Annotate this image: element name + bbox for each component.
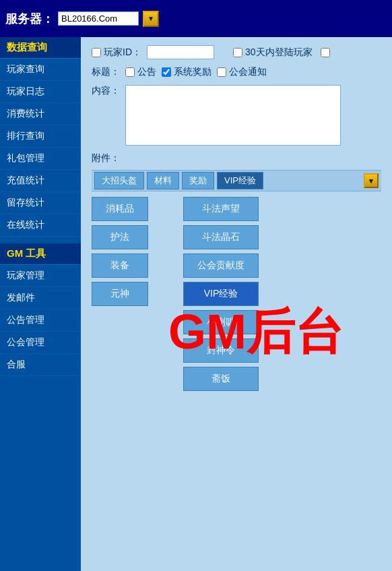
- tabs-dropdown-button[interactable]: ▼: [364, 173, 379, 188]
- server-input[interactable]: [58, 11, 139, 26]
- content-row: 内容：: [92, 85, 381, 146]
- player-id-input[interactable]: [147, 45, 214, 59]
- item-btn-doushen-rep[interactable]: 斗法声望: [183, 197, 259, 221]
- server-label: 服务器：: [5, 11, 54, 27]
- sidebar-item-consume-stats[interactable]: 消费统计: [0, 103, 81, 125]
- sidebar-item-gift-manage[interactable]: 礼包管理: [0, 148, 81, 170]
- reward-checkbox[interactable]: [162, 67, 171, 77]
- content-label: 内容：: [92, 85, 120, 97]
- reward-checkbox-group: 系统奖励: [162, 66, 211, 78]
- item-btn-consumable[interactable]: 消耗品: [92, 197, 148, 221]
- notice-label: 公告: [137, 66, 156, 78]
- sidebar-item-online-stats[interactable]: 在线统计: [0, 214, 81, 237]
- notice-checkbox[interactable]: [125, 67, 135, 77]
- days-checkbox-group: 30天内登陆玩家: [233, 47, 313, 59]
- item-btn-zhaifan[interactable]: 斋饭: [183, 367, 259, 391]
- main-layout: 数据查询 玩家查询 玩家日志 消费统计 排行查询 礼包管理 充值统计 留存统计 …: [0, 37, 392, 571]
- player-id-checkbox-group: 玩家ID：: [92, 47, 141, 59]
- days-label: 30天内登陆玩家: [245, 47, 313, 59]
- tabs-dropdown-icon: ▼: [368, 177, 374, 185]
- guild-notice-checkbox-group: 公会通知: [217, 66, 267, 78]
- dropdown-icon: ▼: [148, 15, 154, 22]
- sidebar-section-gm: GM 工具: [0, 243, 81, 265]
- tab-material[interactable]: 材料: [147, 172, 179, 189]
- sidebar-item-player-log[interactable]: 玩家日志: [0, 81, 81, 103]
- item-btn-yuanshen[interactable]: 元神: [92, 282, 148, 306]
- title-label: 标题：: [92, 66, 120, 78]
- sidebar-item-recharge-stats[interactable]: 充值统计: [0, 170, 81, 192]
- tab-reward[interactable]: 奖励: [182, 172, 214, 189]
- item-btn-guild-contrib[interactable]: 公会贡献度: [183, 253, 259, 278]
- notice-checkbox-group: 公告: [125, 66, 156, 78]
- player-id-checkbox[interactable]: [92, 48, 101, 57]
- item-btn-equipment[interactable]: 装备: [92, 253, 148, 278]
- items-area: 消耗品 护法 装备 元神 斗法声望 斗法晶石 公会贡献度 VIP经验 小喇叭 封…: [92, 197, 381, 391]
- reward-label: 系统奖励: [174, 66, 211, 78]
- guild-notice-label: 公会通知: [229, 66, 267, 78]
- sidebar-item-merge-server[interactable]: 合服: [0, 354, 81, 376]
- header: 服务器： ▼: [0, 0, 392, 37]
- player-id-label: 玩家ID：: [104, 47, 141, 59]
- item-btn-protector[interactable]: 护法: [92, 225, 148, 249]
- days-checkbox[interactable]: [233, 48, 242, 57]
- title-row: 标题： 公告 系统奖励 公会通知: [92, 66, 381, 78]
- sidebar-item-notice-manage[interactable]: 公告管理: [0, 309, 81, 332]
- sidebar-item-player-manage[interactable]: 玩家管理: [0, 265, 81, 287]
- sidebar-item-retention-stats[interactable]: 留存统计: [0, 192, 81, 214]
- player-id-row: 玩家ID： 30天内登陆玩家: [92, 45, 381, 59]
- content-area: 玩家ID： 30天内登陆玩家 标题： 公告 系统奖励 公会通知: [81, 37, 392, 571]
- guild-notice-checkbox[interactable]: [217, 67, 226, 77]
- sidebar-item-rank-query[interactable]: 排行查询: [0, 125, 81, 148]
- item-btn-fengshenling[interactable]: 封神令: [183, 338, 259, 363]
- tab-vip-exp[interactable]: VIP经验: [217, 172, 263, 189]
- attachment-label: 附件：: [92, 152, 381, 164]
- tab-helmet[interactable]: 大招头盔: [94, 172, 144, 189]
- item-btn-doushen-crystal[interactable]: 斗法晶石: [183, 225, 259, 249]
- sidebar-item-send-mail[interactable]: 发邮件: [0, 287, 81, 309]
- tabs-bar: 大招头盔 材料 奖励 VIP经验 ▼: [92, 170, 381, 191]
- sidebar-item-guild-manage[interactable]: 公会管理: [0, 332, 81, 354]
- sidebar-section-data: 数据查询: [0, 37, 81, 59]
- item-btn-vip-exp[interactable]: VIP经验: [183, 282, 259, 306]
- sidebar-item-player-query[interactable]: 玩家查询: [0, 59, 81, 81]
- sidebar: 数据查询 玩家查询 玩家日志 消费统计 排行查询 礼包管理 充值统计 留存统计 …: [0, 37, 81, 571]
- content-textarea[interactable]: [125, 85, 341, 146]
- items-col-right: 斗法声望 斗法晶石 公会贡献度 VIP经验 小喇叭 封神令 斋饭: [183, 197, 259, 391]
- server-dropdown-button[interactable]: ▼: [143, 11, 159, 27]
- extra-checkbox[interactable]: [321, 48, 330, 57]
- item-btn-horn[interactable]: 小喇叭: [183, 310, 259, 334]
- items-col-left: 消耗品 护法 装备 元神: [92, 197, 148, 391]
